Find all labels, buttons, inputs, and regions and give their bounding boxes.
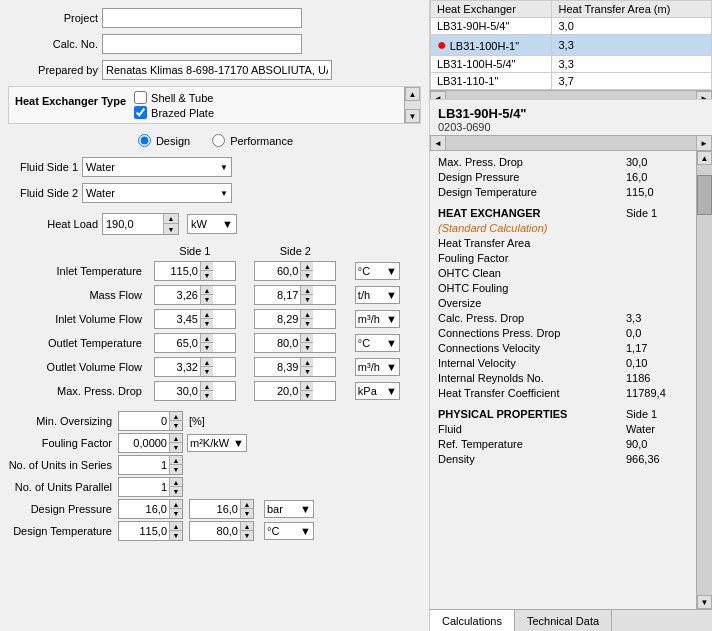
preparedby-input[interactable] [102,60,332,80]
inlet-temp-s1-input[interactable] [155,262,200,280]
inlet-temp-unit[interactable]: °C ▼ [355,262,400,280]
design-pressure-s1-down[interactable]: ▼ [170,509,182,518]
heatload-spinner[interactable]: ▲ ▼ [102,213,179,235]
heatload-unit-select[interactable]: kW ▼ [187,214,237,234]
max-press-s1-up[interactable]: ▲ [201,382,213,391]
heatload-input[interactable] [103,214,163,234]
outlet-vol-s1-down[interactable]: ▼ [201,367,213,376]
outlet-vol-s2-input[interactable] [255,358,300,376]
max-press-s2-up[interactable]: ▲ [301,382,313,391]
max-press-s1-spinner[interactable]: ▲ ▼ [154,381,236,401]
min-oversizing-down[interactable]: ▼ [170,421,182,430]
table-row[interactable]: LB31-100H-5/4"3,3 [431,56,712,73]
inlet-temp-s2-input[interactable] [255,262,300,280]
design-radio[interactable] [138,134,151,147]
inlet-vol-unit[interactable]: m³/h ▼ [355,310,400,328]
brazedplate-checkbox-row[interactable]: Brazed Plate [134,106,214,119]
mass-flow-s1-down[interactable]: ▼ [201,295,213,304]
design-pressure-s1-spinner[interactable]: ▲ ▼ [118,499,183,519]
min-oversizing-input[interactable] [119,412,169,430]
inlet-temp-s1-down[interactable]: ▼ [201,271,213,280]
inlet-vol-s1-down[interactable]: ▼ [201,319,213,328]
shelltube-checkbox-row[interactable]: Shell & Tube [134,91,214,104]
max-press-s1-down[interactable]: ▼ [201,391,213,400]
outlet-temp-s1-up[interactable]: ▲ [201,334,213,343]
mass-flow-s2-down[interactable]: ▼ [301,295,313,304]
inlet-vol-s2-spinner[interactable]: ▲ ▼ [254,309,336,329]
fouling-factor-down[interactable]: ▼ [170,443,182,452]
max-press-s2-input[interactable] [255,382,300,400]
inlet-temp-s2-spinner[interactable]: ▲ ▼ [254,261,336,281]
table-row[interactable]: LB31-110-1"3,7 [431,73,712,90]
design-temp-s1-spinner[interactable]: ▲ ▼ [118,521,183,541]
project-input[interactable] [102,8,302,28]
inlet-vol-s1-input[interactable] [155,310,200,328]
min-oversizing-up[interactable]: ▲ [170,412,182,421]
fluidside2-select[interactable]: Water ▼ [82,183,232,203]
max-press-s1-input[interactable] [155,382,200,400]
fouling-factor-input[interactable] [119,434,169,452]
outlet-vol-s1-input[interactable] [155,358,200,376]
outlet-vol-s1-spinner[interactable]: ▲ ▼ [154,357,236,377]
design-pressure-s2-up[interactable]: ▲ [241,500,253,509]
detail-scroll-up[interactable]: ▲ [697,151,712,165]
max-press-s2-spinner[interactable]: ▲ ▼ [254,381,336,401]
outlet-temp-s2-spinner[interactable]: ▲ ▼ [254,333,336,353]
outlet-temp-s2-input[interactable] [255,334,300,352]
no-units-parallel-up[interactable]: ▲ [170,478,182,487]
mass-flow-s2-up[interactable]: ▲ [301,286,313,295]
heatload-down[interactable]: ▼ [164,224,178,234]
outlet-vol-s2-down[interactable]: ▼ [301,367,313,376]
tab-calculations[interactable]: Calculations [430,610,515,631]
fouling-factor-up[interactable]: ▲ [170,434,182,443]
hxtype-scroll-down[interactable]: ▼ [405,109,420,123]
mass-flow-s2-spinner[interactable]: ▲ ▼ [254,285,336,305]
design-temp-s2-up[interactable]: ▲ [241,522,253,531]
design-temp-s1-down[interactable]: ▼ [170,531,182,540]
no-units-parallel-down[interactable]: ▼ [170,487,182,496]
mass-flow-s1-up[interactable]: ▲ [201,286,213,295]
mass-flow-s2-input[interactable] [255,286,300,304]
outlet-vol-s1-up[interactable]: ▲ [201,358,213,367]
detail-scroll-right[interactable]: ► [696,135,712,151]
fouling-factor-unit-select[interactable]: m²K/kW ▼ [187,434,247,452]
heatload-up[interactable]: ▲ [164,214,178,224]
hxtype-scroll-up[interactable]: ▲ [405,87,420,101]
min-oversizing-spinner[interactable]: ▲ ▼ [118,411,183,431]
design-pressure-s1-up[interactable]: ▲ [170,500,182,509]
outlet-temp-s1-input[interactable] [155,334,200,352]
mass-flow-s1-spinner[interactable]: ▲ ▼ [154,285,236,305]
design-temp-unit-select[interactable]: °C ▼ [264,522,314,540]
mass-flow-unit[interactable]: t/h ▼ [355,286,400,304]
inlet-vol-s1-up[interactable]: ▲ [201,310,213,319]
detail-scroll-down[interactable]: ▼ [697,595,712,609]
inlet-vol-s1-spinner[interactable]: ▲ ▼ [154,309,236,329]
design-pressure-s2-spinner[interactable]: ▲ ▼ [189,499,254,519]
design-pressure-unit-select[interactable]: bar ▼ [264,500,314,518]
calcno-input[interactable] [102,34,302,54]
inlet-vol-s2-up[interactable]: ▲ [301,310,313,319]
design-temp-s2-spinner[interactable]: ▲ ▼ [189,521,254,541]
performance-radio[interactable] [212,134,225,147]
outlet-temp-s2-down[interactable]: ▼ [301,343,313,352]
outlet-vol-s2-up[interactable]: ▲ [301,358,313,367]
design-radio-label[interactable]: Design [136,134,190,147]
table-scroll-right[interactable]: ► [696,91,712,101]
inlet-temp-s1-spinner[interactable]: ▲ ▼ [154,261,236,281]
tab-technical-data[interactable]: Technical Data [515,610,612,631]
inlet-temp-s2-down[interactable]: ▼ [301,271,313,280]
brazedplate-checkbox[interactable] [134,106,147,119]
detail-scroll-left[interactable]: ◄ [430,135,446,151]
no-units-parallel-spinner[interactable]: ▲ ▼ [118,477,183,497]
table-scroll-left[interactable]: ◄ [430,91,446,101]
no-units-series-spinner[interactable]: ▲ ▼ [118,455,183,475]
shelltube-checkbox[interactable] [134,91,147,104]
outlet-vol-unit[interactable]: m³/h ▼ [355,358,400,376]
fluidside1-select[interactable]: Water ▼ [82,157,232,177]
no-units-series-input[interactable] [119,456,169,474]
no-units-series-down[interactable]: ▼ [170,465,182,474]
table-row[interactable]: ● LB31-100H-1"3,3 [431,35,712,56]
outlet-temp-s2-up[interactable]: ▲ [301,334,313,343]
table-row[interactable]: LB31-90H-5/4"3,0 [431,18,712,35]
design-temp-s2-down[interactable]: ▼ [241,531,253,540]
